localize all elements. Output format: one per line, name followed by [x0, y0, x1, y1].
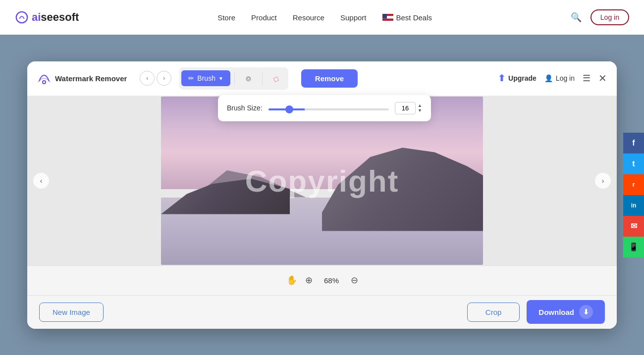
- user-icon: 👤: [544, 74, 553, 82]
- gmail-icon: ✉: [631, 221, 637, 231]
- deals-flag-icon: [382, 14, 393, 21]
- remove-button[interactable]: Remove: [301, 69, 358, 88]
- menu-icon[interactable]: ☰: [583, 73, 590, 84]
- brush-decrement-button[interactable]: ▼: [418, 108, 422, 113]
- nav-right: 🔍 Log in: [571, 9, 629, 25]
- brush-size-slider[interactable]: [268, 108, 389, 110]
- eraser-icon: ◇: [272, 73, 281, 84]
- app-logo-section: Watermark Remover: [37, 72, 127, 84]
- social-facebook-button[interactable]: f: [623, 133, 644, 153]
- nav-arrow-forward[interactable]: ›: [157, 71, 171, 86]
- svg-point-0: [16, 12, 27, 23]
- landscape-image: Copyright: [161, 97, 483, 265]
- brush-size-dropdown: Brush Size: ▲ ▼: [218, 95, 431, 121]
- bottom-bar: New Image Crop Download ⬇: [27, 295, 617, 329]
- upgrade-button[interactable]: ⬆ Upgrade: [498, 73, 537, 84]
- zoom-in-icon[interactable]: ⊕: [305, 275, 313, 286]
- img-arrow-left-icon: ‹: [40, 177, 43, 185]
- best-deals-label: Best Deals: [396, 13, 432, 22]
- social-sidebar: f t r in ✉ 📱: [623, 133, 644, 257]
- app-window: Watermark Remover ‹ › ✏ Brush ▼: [27, 61, 617, 329]
- logo: aiseesoft: [15, 10, 79, 24]
- twitter-icon: t: [632, 159, 635, 168]
- svg-rect-3: [382, 19, 393, 21]
- brush-slider-container: [268, 103, 389, 112]
- brush-tool-button[interactable]: ✏ Brush ▼: [181, 70, 230, 86]
- search-icon[interactable]: 🔍: [571, 12, 582, 23]
- tool-divider-2: [262, 71, 263, 85]
- social-reddit-button[interactable]: r: [623, 174, 644, 195]
- zoom-out-icon[interactable]: ⊖: [351, 275, 358, 286]
- nav-support[interactable]: Support: [340, 13, 367, 22]
- whatsapp-icon: 📱: [629, 242, 639, 252]
- watermark-text: Copyright: [245, 163, 399, 198]
- arrow-left-icon: ‹: [146, 75, 148, 82]
- nav-resource[interactable]: Resource: [293, 13, 324, 22]
- social-twitter-button[interactable]: t: [623, 153, 644, 174]
- tool-divider-1: [234, 71, 235, 85]
- bottom-right-buttons: Crop Download ⬇: [467, 300, 605, 324]
- zoom-level-display: 68%: [321, 276, 343, 285]
- image-nav-left[interactable]: ‹: [33, 173, 49, 189]
- download-label: Download: [538, 308, 574, 316]
- reddit-icon: r: [632, 181, 635, 188]
- nav-store[interactable]: Store: [217, 13, 235, 22]
- logo-text: aiseesoft: [32, 11, 79, 24]
- brush-icon: ✏: [188, 74, 194, 82]
- brush-size-input[interactable]: [395, 102, 416, 114]
- social-linkedin-button[interactable]: in: [623, 195, 644, 216]
- watermark-remover-icon: [37, 72, 51, 84]
- best-deals-link[interactable]: Best Deals: [382, 13, 432, 22]
- svg-point-5: [43, 81, 46, 84]
- download-button[interactable]: Download ⬇: [527, 300, 605, 324]
- social-whatsapp-button[interactable]: 📱: [623, 237, 644, 257]
- download-icon: ⬇: [579, 305, 593, 319]
- close-icon[interactable]: ✕: [598, 72, 607, 84]
- svg-rect-4: [382, 14, 387, 19]
- lasso-tool-button[interactable]: ⌾: [239, 69, 258, 88]
- brush-dropdown-arrow: ▼: [218, 76, 223, 81]
- nav-arrows: ‹ ›: [140, 71, 171, 86]
- facebook-icon: f: [632, 139, 635, 148]
- lasso-icon: ⌾: [246, 73, 251, 84]
- logo-rest: seesoft: [41, 11, 79, 23]
- app-toolbar: Watermark Remover ‹ › ✏ Brush ▼: [27, 61, 617, 96]
- hand-tool-icon[interactable]: ✋: [286, 275, 297, 286]
- upgrade-icon: ⬆: [498, 73, 505, 84]
- brush-value-box: ▲ ▼: [395, 102, 422, 114]
- arrow-right-icon: ›: [163, 75, 165, 82]
- brush-label: Brush: [197, 74, 215, 82]
- brush-size-label: Brush Size:: [227, 104, 263, 112]
- linkedin-icon: in: [631, 202, 637, 209]
- nav-product[interactable]: Product: [251, 13, 277, 22]
- nav-links: Store Product Resource Support Best Deal…: [217, 13, 432, 22]
- upgrade-label: Upgrade: [508, 74, 537, 82]
- logo-icon: [15, 10, 29, 24]
- image-area: ‹ Copyright ›: [27, 96, 617, 265]
- tool-group: ✏ Brush ▼ ⌾ ◇: [179, 67, 288, 90]
- app-login-label: Log in: [556, 74, 575, 82]
- eraser-tool-button[interactable]: ◇: [267, 70, 286, 87]
- brush-value-arrows: ▲ ▼: [418, 103, 422, 113]
- app-login-button[interactable]: 👤 Log in: [544, 74, 575, 82]
- top-navigation: aiseesoft Store Product Resource Support…: [0, 0, 644, 35]
- social-gmail-button[interactable]: ✉: [623, 216, 644, 237]
- crop-button[interactable]: Crop: [467, 303, 520, 322]
- brush-increment-button[interactable]: ▲: [418, 103, 422, 108]
- main-content: f t r in ✉ 📱 Watermark Remo: [0, 35, 644, 355]
- app-title: Watermark Remover: [55, 74, 127, 83]
- zoom-controls: ✋ ⊕ 68% ⊖: [27, 265, 617, 295]
- logo-ai: ai: [32, 11, 41, 23]
- img-arrow-right-icon: ›: [602, 177, 604, 185]
- image-nav-right[interactable]: ›: [595, 173, 611, 189]
- login-button[interactable]: Log in: [590, 9, 629, 25]
- flag-icon: [382, 14, 393, 21]
- nav-arrow-back[interactable]: ‹: [140, 71, 155, 86]
- new-image-button[interactable]: New Image: [39, 303, 104, 322]
